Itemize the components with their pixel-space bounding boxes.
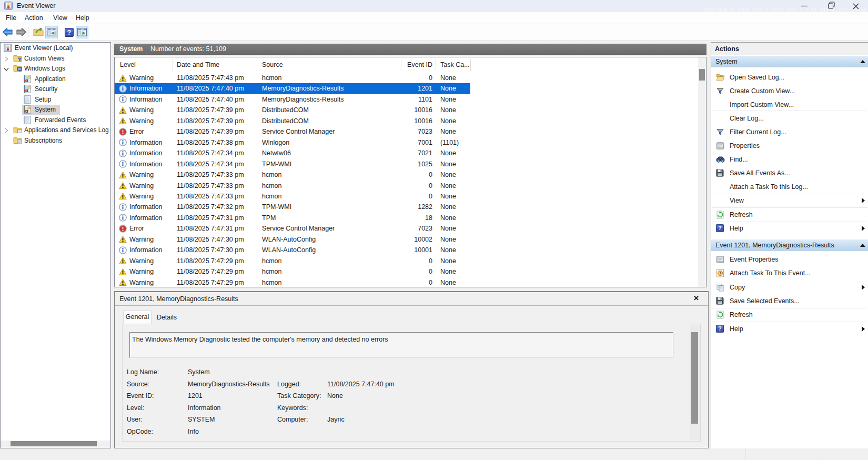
svg-text:?: ? <box>718 225 721 231</box>
svg-text:?: ? <box>718 325 721 332</box>
svg-text:?: ? <box>67 29 70 36</box>
